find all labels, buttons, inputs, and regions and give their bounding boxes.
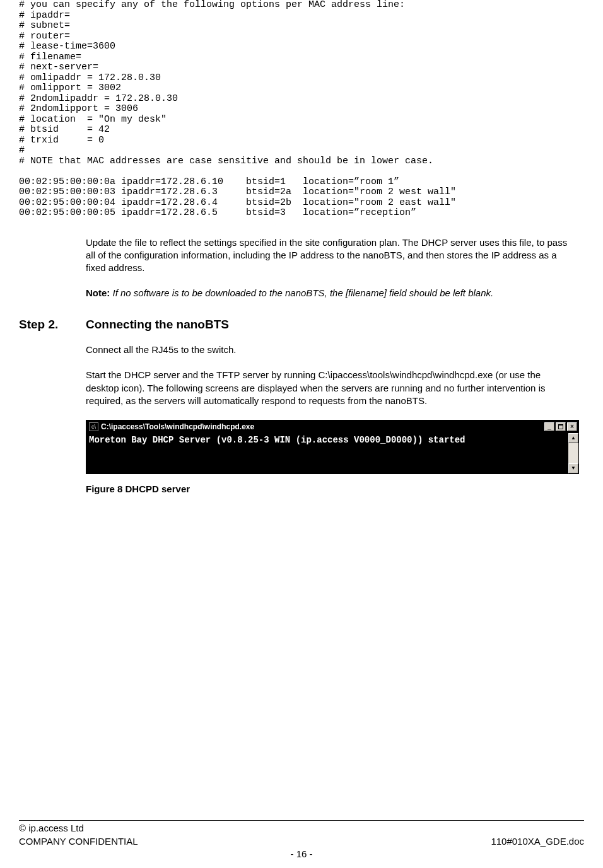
window-titlebar: c\ C:\ipaccess\Tools\windhcpd\windhcpd.e… bbox=[86, 420, 578, 433]
footer-rule bbox=[19, 820, 584, 821]
note-body: If no software is to be downloaded to th… bbox=[110, 287, 493, 298]
console-output: Moreton Bay DHCP Server (v0.8.25-3 WIN (… bbox=[86, 433, 568, 473]
app-icon: c\ bbox=[89, 422, 98, 431]
paragraph-note: Note: If no software is to be downloaded… bbox=[86, 287, 571, 299]
footer-page-number: - 16 - bbox=[19, 848, 584, 860]
paragraph-update: Update the file to reflect the settings … bbox=[86, 236, 571, 275]
page-footer: © ip.access Ltd COMPANY CONFIDENTIAL 110… bbox=[19, 820, 584, 860]
maximize-icon[interactable] bbox=[556, 422, 566, 431]
step2-heading: Step 2. Connecting the nanoBTS bbox=[19, 316, 584, 333]
footer-confidential: COMPANY CONFIDENTIAL bbox=[19, 835, 138, 848]
close-icon[interactable]: × bbox=[567, 422, 577, 431]
footer-copyright: © ip.access Ltd bbox=[19, 822, 84, 835]
window-title: C:\ipaccess\Tools\windhcpd\windhcpd.exe bbox=[101, 422, 543, 432]
note-label: Note: bbox=[86, 287, 110, 298]
window-buttons: _ × bbox=[543, 422, 578, 431]
footer-docref: 110#010XA_GDE.doc bbox=[491, 835, 584, 848]
scroll-down-icon[interactable]: ▼ bbox=[568, 463, 578, 473]
dhcpd-screenshot: c\ C:\ipaccess\Tools\windhcpd\windhcpd.e… bbox=[86, 420, 579, 474]
scroll-up-icon[interactable]: ▲ bbox=[568, 433, 578, 443]
paragraph-start: Start the DHCP server and the TFTP serve… bbox=[86, 369, 571, 407]
step-number: Step 2. bbox=[19, 316, 86, 333]
figure-caption: Figure 8 DHCPD server bbox=[86, 483, 584, 495]
step-title: Connecting the nanoBTS bbox=[86, 316, 229, 333]
scroll-track[interactable] bbox=[568, 443, 578, 463]
config-code-block: # you can specify any of the following o… bbox=[19, 0, 584, 219]
minimize-icon[interactable]: _ bbox=[544, 422, 554, 431]
vertical-scrollbar[interactable]: ▲ ▼ bbox=[568, 433, 578, 473]
console-area: Moreton Bay DHCP Server (v0.8.25-3 WIN (… bbox=[86, 433, 578, 473]
paragraph-connect: Connect all the RJ45s to the switch. bbox=[86, 344, 571, 356]
